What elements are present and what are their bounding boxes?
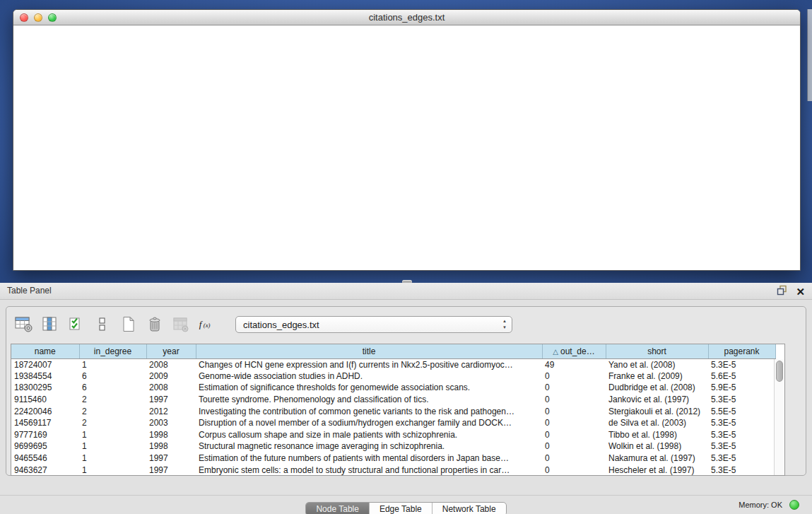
delete-table-icon[interactable]: [146, 316, 164, 333]
function-builder-icon[interactable]: f(x): [198, 316, 216, 333]
network-window-titlebar[interactable]: citations_edges.txt: [13, 10, 800, 25]
column-header-pagerank[interactable]: pagerank: [708, 344, 775, 358]
table-row[interactable]: 1830029562008Estimation of significance …: [11, 382, 775, 394]
attribute-table: namein_degreeyeartitle△out_de…shortpager…: [11, 344, 785, 476]
table-panel-header: Table Panel ✕: [0, 283, 812, 300]
checklist-icon[interactable]: [67, 316, 86, 333]
window-title: citations_edges.txt: [13, 12, 800, 23]
table-row[interactable]: 969969511998Structural magnetic resonanc…: [11, 440, 775, 452]
table-row[interactable]: 1938455462009Genome-wide association stu…: [11, 370, 775, 382]
application-window: citations_edges.txt Table Panel ✕: [0, 0, 812, 514]
table-panel-body: f(x)citations_edges.txt▲▼ namein_degreey…: [6, 306, 806, 476]
svg-text:(x): (x): [204, 322, 211, 329]
column-header-in_degree[interactable]: in_degree: [79, 344, 146, 358]
table-row[interactable]: 911546021997Tourette syndrome. Phenomeno…: [11, 394, 775, 406]
table-row[interactable]: 1872400712008Changes of HCN gene express…: [11, 358, 775, 370]
column-header-short[interactable]: short: [606, 344, 708, 358]
table-selector-dropdown[interactable]: citations_edges.txt▲▼: [235, 316, 512, 333]
column-header-name[interactable]: name: [11, 344, 79, 358]
table-scrollbar-thumb[interactable]: [776, 361, 783, 382]
sort-ascending-icon: △: [553, 348, 558, 356]
table-row[interactable]: 946362711997Embryonic stem cells: a mode…: [11, 464, 775, 476]
table-row[interactable]: 977716911998Corpus callosum shape and si…: [11, 429, 775, 441]
table-row[interactable]: 2242004622012Investigating the contribut…: [11, 405, 775, 417]
table-selector-value: citations_edges.txt: [236, 320, 319, 330]
table-panel-title: Table Panel: [7, 286, 52, 296]
memory-status-label: Memory: OK: [739, 501, 782, 509]
table-scrollbar[interactable]: [774, 359, 784, 475]
table-row[interactable]: 946554611997Estimation of the future num…: [11, 452, 775, 465]
column-header-out_de[interactable]: △out_de…: [542, 344, 606, 358]
import-table-disabled-icon[interactable]: [172, 316, 190, 333]
dropdown-arrows-icon: ▲▼: [502, 318, 507, 331]
status-bar: Memory: OK: [0, 495, 812, 514]
column-header-title[interactable]: title: [196, 344, 542, 358]
network-window: citations_edges.txt: [13, 9, 801, 271]
select-columns-icon[interactable]: [41, 316, 59, 333]
new-table-icon[interactable]: [119, 316, 138, 333]
close-panel-icon[interactable]: ✕: [796, 286, 805, 298]
background-window-edge: [807, 9, 812, 101]
float-panel-icon[interactable]: [777, 285, 787, 298]
row-height-icon[interactable]: [93, 316, 112, 333]
table-settings-icon[interactable]: [15, 316, 33, 333]
table-row[interactable]: 1456911722003Disruption of a novel membe…: [11, 417, 775, 429]
network-canvas[interactable]: [13, 25, 801, 271]
table-toolbar: f(x)citations_edges.txt▲▼: [15, 313, 512, 337]
memory-status-indicator-icon: [789, 500, 799, 510]
network-view-desktop: citations_edges.txt: [0, 0, 812, 283]
table-panel: Table Panel ✕ f(x)citations_edges.txt▲▼ …: [0, 283, 812, 514]
column-header-year[interactable]: year: [146, 344, 196, 358]
svg-text:f: f: [199, 319, 204, 329]
